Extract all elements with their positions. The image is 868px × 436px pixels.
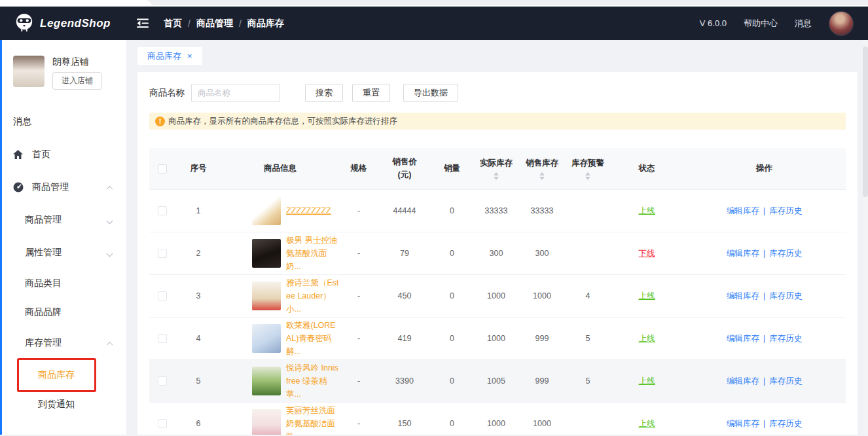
row-spec: - [339,206,378,215]
stock-history-link[interactable]: 库存历史 [769,376,802,387]
edit-stock-link[interactable]: 编辑库存 [727,376,759,387]
table-row: 6 芙丽芳丝洗面奶氨基酸洁面乳... - 150 0 1000 1000 上线 [149,403,846,435]
sort-icon[interactable] [494,172,499,180]
status-link[interactable]: 下线 [639,248,655,259]
product-name-link[interactable]: 雅诗兰黛（Estee Lauder）小... [286,276,339,316]
row-index: 3 [175,291,221,300]
stock-history-link[interactable]: 库存历史 [769,333,802,344]
product-name-link[interactable]: 悦诗风吟 Innisfree 绿茶精萃... [286,361,339,401]
row-sales: 0 [431,419,473,428]
select-all-checkbox[interactable] [158,164,167,173]
row-checkbox[interactable] [158,334,167,343]
product-name-link[interactable]: 芙丽芳丝洗面奶氨基酸洁面乳... [286,404,339,435]
row-sale-stock: 1000 [519,419,565,428]
stock-history-link[interactable]: 库存历史 [769,291,802,302]
sidebar-item-goods-stock[interactable]: 商品库存 [0,359,126,391]
col-action: 操作 [683,163,846,174]
row-sales: 0 [431,376,473,386]
goods-name-input[interactable] [191,84,280,102]
row-index: 2 [175,249,221,258]
sort-icon[interactable] [585,172,590,180]
scrollbar-thumb[interactable] [863,46,868,197]
product-thumbnail[interactable] [252,239,281,268]
store-name: 朗尊店铺 [52,56,102,68]
product-thumbnail[interactable] [252,409,281,435]
product-thumbnail[interactable] [252,367,281,395]
status-link[interactable]: 上线 [639,206,655,217]
breadcrumb-goods-management[interactable]: 商品管理 [196,18,233,29]
col-sale-stock: 销售库存 [519,158,565,180]
sidebar-item-goods-management[interactable]: 商品管理 [0,171,126,204]
row-stock-warning: 5 [565,376,611,386]
logo[interactable]: LegendShop [0,12,126,35]
chevron-down-icon [107,218,113,225]
store-block: 朗尊店铺 进入店铺 [13,56,126,92]
breadcrumb: 首页 / 商品管理 / 商品库存 [164,18,284,29]
product-thumbnail[interactable] [252,282,281,310]
notice-bar: ! 商品库存，显示所有的商品库存信息，可按照实际库存进行排序 [149,113,846,130]
breadcrumb-separator: / [188,18,190,29]
row-checkbox[interactable] [158,291,167,300]
tab-goods-stock[interactable]: 商品库存 × [137,47,202,65]
scrollbar-track[interactable] [863,40,868,435]
row-actual-stock: 1005 [473,376,519,386]
col-stock-warning: 库存预警 [565,158,611,180]
sidebar-item-home[interactable]: 首页 [0,138,126,171]
user-avatar[interactable] [829,11,854,36]
sidebar-item-order-management[interactable]: 订单管理 [0,426,126,435]
edit-stock-link[interactable]: 编辑库存 [727,248,759,259]
row-actual-stock: 1000 [473,419,519,428]
sidebar-menu: 消息 首页 商品管理 商品管理 属性管理 [0,105,126,435]
product-name-link[interactable]: 极男 男士控油氨基酸洗面奶... [286,234,339,273]
row-checkbox[interactable] [158,376,167,386]
messages-link[interactable]: 消息 [795,18,812,29]
row-checkbox[interactable] [158,206,167,215]
sidebar-item-stock-management[interactable]: 库存管理 [0,327,126,359]
status-link[interactable]: 上线 [639,376,655,387]
table-row: 5 悦诗风吟 Innisfree 绿茶精萃... - 3390 0 1005 9… [149,360,846,403]
store-avatar[interactable] [13,56,45,87]
product-name-link[interactable]: ZZZZZZZZZ [286,204,339,217]
row-sale-stock: 1000 [519,291,565,300]
row-stock-warning: 5 [565,334,611,343]
enter-store-button[interactable]: 进入店铺 [52,72,102,90]
status-link[interactable]: 上线 [639,291,655,302]
help-center-link[interactable]: 帮助中心 [744,18,778,29]
row-index: 6 [175,419,221,428]
reset-button[interactable]: 重置 [352,84,390,102]
sort-icon[interactable] [539,172,545,180]
row-checkbox[interactable] [158,419,167,428]
menu-fold-icon[interactable] [137,18,149,28]
edit-stock-link[interactable]: 编辑库存 [727,333,759,344]
edit-stock-link[interactable]: 编辑库存 [727,206,759,217]
status-link[interactable]: 上线 [639,333,655,344]
tab-bar: 商品库存 × [126,40,868,65]
breadcrumb-goods-stock[interactable]: 商品库存 [247,18,284,29]
sidebar-item-attribute-management[interactable]: 属性管理 [0,236,126,269]
stock-history-link[interactable]: 库存历史 [769,418,802,429]
search-button[interactable]: 搜索 [305,84,343,102]
legendshop-bird-icon [14,12,34,35]
table-row: 1 ZZZZZZZZZ - 44444 0 33333 33333 上线 [149,190,846,232]
product-name-link[interactable]: 欧莱雅(LOREAL)青春密码酵... [286,319,339,358]
sidebar-item-goods-category[interactable]: 商品类目 [0,269,126,298]
row-checkbox[interactable] [158,249,167,258]
breadcrumb-home[interactable]: 首页 [164,18,182,29]
sidebar-item-arrival-notice[interactable]: 到货通知 [0,391,126,418]
sidebar-item-goods-brand[interactable]: 商品品牌 [0,298,126,327]
main-content: 商品库存 × 商品名称 搜索 重置 导出数据 ! 商品库存，显示所有的商品库存信… [126,40,868,435]
close-icon[interactable]: × [187,52,192,60]
stock-history-link[interactable]: 库存历史 [769,248,802,259]
edit-stock-link[interactable]: 编辑库存 [727,418,759,429]
edit-stock-link[interactable]: 编辑库存 [727,291,759,302]
export-data-button[interactable]: 导出数据 [403,84,458,102]
product-thumbnail[interactable] [252,324,281,353]
product-thumbnail[interactable] [252,196,281,225]
stock-history-link[interactable]: 库存历史 [769,206,802,217]
chevron-up-icon [107,186,113,192]
sidebar-item-goods-management-sub[interactable]: 商品管理 [0,204,126,236]
sidebar-item-messages[interactable]: 消息 [0,105,126,138]
status-link[interactable]: 上线 [639,418,655,429]
table-row: 2 极男 男士控油氨基酸洗面奶... - 79 0 300 300 下线 [149,232,846,275]
row-actual-stock: 1000 [473,334,519,343]
